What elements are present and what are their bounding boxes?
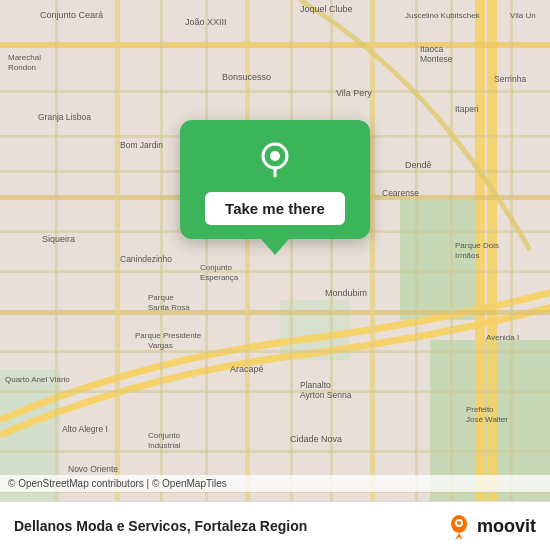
moovit-brand-text: moovit	[477, 516, 536, 537]
svg-text:Planalto: Planalto	[300, 380, 331, 390]
svg-text:Conjunto Ceará: Conjunto Ceará	[40, 10, 103, 20]
moovit-logo: moovit	[445, 512, 536, 540]
svg-text:Bom Jardin: Bom Jardin	[120, 140, 163, 150]
svg-text:Parque Presidente: Parque Presidente	[135, 331, 202, 340]
svg-text:Irmãos: Irmãos	[455, 251, 479, 260]
svg-text:Marechal: Marechal	[8, 53, 41, 62]
svg-text:Serrinha: Serrinha	[494, 74, 526, 84]
svg-text:Avenida I: Avenida I	[486, 333, 519, 342]
svg-rect-26	[330, 0, 333, 550]
svg-text:Alto Alegre I: Alto Alegre I	[62, 424, 108, 434]
svg-text:Vila Pery: Vila Pery	[336, 88, 372, 98]
svg-text:Dendê: Dendê	[405, 160, 432, 170]
svg-text:Santa Rosa: Santa Rosa	[148, 303, 190, 312]
svg-rect-7	[0, 42, 550, 48]
svg-text:Itaoca: Itaoca	[420, 44, 443, 54]
location-pin-icon	[253, 138, 297, 182]
svg-text:Quarto Anel Viário: Quarto Anel Viário	[5, 375, 70, 384]
svg-text:Bonsucesso: Bonsucesso	[222, 72, 271, 82]
svg-rect-22	[55, 0, 58, 550]
svg-text:Novo Oriente: Novo Oriente	[68, 464, 118, 474]
svg-rect-20	[0, 450, 550, 453]
svg-rect-27	[415, 0, 418, 550]
svg-point-71	[270, 151, 280, 161]
place-info: Dellanos Moda e Servicos, Fortaleza Regi…	[14, 518, 307, 534]
place-name: Dellanos Moda e Servicos, Fortaleza Regi…	[14, 518, 307, 534]
map-container: Conjunto Ceará João XXIII Joquel Clube J…	[0, 0, 550, 550]
svg-text:Esperança: Esperança	[200, 273, 239, 282]
svg-text:Mondubim: Mondubim	[325, 288, 367, 298]
svg-text:Parque: Parque	[148, 293, 174, 302]
svg-text:Cidade Nova: Cidade Nova	[290, 434, 342, 444]
svg-text:Industrial: Industrial	[148, 441, 181, 450]
svg-text:Granja Lisboa: Granja Lisboa	[38, 112, 91, 122]
svg-text:Conjunto: Conjunto	[200, 263, 233, 272]
svg-rect-12	[370, 0, 375, 550]
svg-rect-17	[0, 270, 550, 273]
svg-rect-2	[400, 200, 480, 320]
svg-text:Canindezinho: Canindezinho	[120, 254, 172, 264]
svg-text:José Walter: José Walter	[466, 415, 508, 424]
svg-text:Aracapé: Aracapé	[230, 364, 264, 374]
svg-text:João XXIII: João XXIII	[185, 17, 227, 27]
svg-rect-5	[475, 0, 485, 550]
svg-rect-19	[0, 390, 550, 393]
svg-text:Cearense: Cearense	[382, 188, 419, 198]
popup-card: Take me there	[180, 120, 370, 239]
svg-text:Montese: Montese	[420, 54, 453, 64]
svg-rect-28	[450, 0, 453, 550]
svg-rect-11	[245, 0, 250, 550]
bottom-bar: Dellanos Moda e Servicos, Fortaleza Regi…	[0, 501, 550, 550]
svg-text:Vargas: Vargas	[148, 341, 173, 350]
svg-point-74	[457, 521, 461, 525]
take-me-there-button[interactable]: Take me there	[205, 192, 345, 225]
svg-text:Prefeito: Prefeito	[466, 405, 494, 414]
svg-text:Vila Un: Vila Un	[510, 11, 536, 20]
svg-rect-9	[0, 310, 550, 315]
map-background: Conjunto Ceará João XXIII Joquel Clube J…	[0, 0, 550, 550]
svg-rect-23	[160, 0, 163, 550]
svg-text:Siqueira: Siqueira	[42, 234, 75, 244]
svg-rect-25	[290, 0, 293, 550]
svg-text:Rondon: Rondon	[8, 63, 36, 72]
map-attribution: © OpenStreetMap contributors | © OpenMap…	[0, 475, 550, 492]
svg-text:Itaperi: Itaperi	[455, 104, 479, 114]
svg-text:Parque Dois: Parque Dois	[455, 241, 499, 250]
svg-rect-18	[0, 350, 550, 353]
svg-text:Conjunto: Conjunto	[148, 431, 181, 440]
svg-rect-13	[0, 90, 550, 93]
svg-text:Ayrton Senna: Ayrton Senna	[300, 390, 352, 400]
moovit-logo-icon	[445, 512, 473, 540]
svg-text:Juscelino Kubitschek: Juscelino Kubitschek	[405, 11, 481, 20]
svg-text:Joquel Clube: Joquel Clube	[300, 4, 353, 14]
